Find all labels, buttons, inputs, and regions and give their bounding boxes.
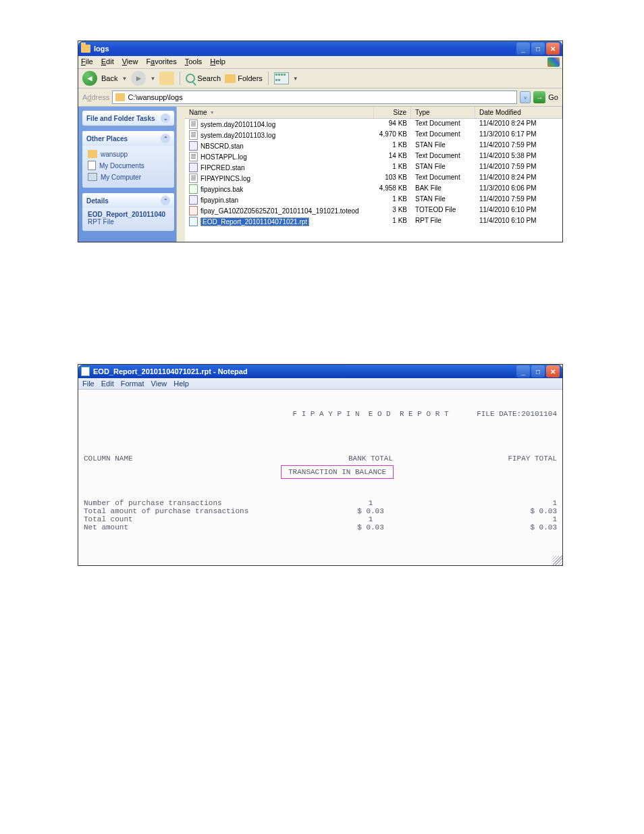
column-header-date[interactable]: Date Modified <box>475 107 562 118</box>
menu-file[interactable]: File <box>81 57 93 67</box>
file-size: 4,958 KB <box>374 184 411 194</box>
resize-grip-icon[interactable] <box>553 556 562 565</box>
toolbar-separator <box>268 72 269 85</box>
go-button[interactable]: → <box>533 91 545 103</box>
file-row[interactable]: HOSTAPPL.log14 KBText Document11/4/2010 … <box>185 151 562 162</box>
views-dropdown-icon[interactable]: ▼ <box>293 76 298 82</box>
column-header: BANK TOTAL <box>286 454 455 463</box>
file-size: 14 KB <box>374 152 411 161</box>
folders-button[interactable]: Folders <box>225 74 263 83</box>
report-row-fipay: 1 <box>455 515 557 523</box>
column-header-name[interactable]: Name ▼ <box>185 107 374 118</box>
transaction-balance-status: TRANSACTION IN BALANCE <box>281 465 394 479</box>
address-dropdown-button[interactable]: v <box>520 91 531 103</box>
folder-icon <box>88 150 97 158</box>
file-date: 11/4/2010 6:10 PM <box>475 206 562 215</box>
menu-format[interactable]: Format <box>121 380 144 388</box>
file-name: system.day20101104.log <box>200 121 275 128</box>
chevron-down-icon: ⌄ <box>161 113 170 123</box>
file-date: 11/4/2010 7:59 PM <box>475 141 562 151</box>
up-folder-button[interactable] <box>159 72 174 85</box>
file-row[interactable]: FIPCRED.stan1 KBSTAN File11/4/2010 7:59 … <box>185 162 562 173</box>
file-icon <box>189 152 198 161</box>
file-size: 1 KB <box>374 195 411 205</box>
panel-title: File and Folder Tasks <box>86 115 155 122</box>
column-header-size[interactable]: Size <box>374 107 411 118</box>
back-dropdown-icon[interactable]: ▼ <box>122 76 127 82</box>
file-row[interactable]: fipay_GA10Z0Z05625Z01_20101104_191021.to… <box>185 205 562 216</box>
search-button[interactable]: Search <box>186 74 221 83</box>
menu-tools[interactable]: Tools <box>185 57 203 67</box>
computer-icon <box>88 173 97 181</box>
file-row[interactable]: system.day20101104.log94 KBText Document… <box>185 119 562 130</box>
menu-edit[interactable]: Edit <box>101 380 114 388</box>
file-row[interactable]: system.day20101103.log4,970 KBText Docum… <box>185 130 562 140</box>
folders-label: Folders <box>238 74 263 82</box>
panel-title: Other Places <box>86 135 128 142</box>
file-list[interactable]: system.day20101104.log94 KBText Document… <box>185 119 562 242</box>
chevron-up-icon: ⌃ <box>161 134 170 143</box>
file-name: system.day20101103.log <box>200 132 275 139</box>
file-row[interactable]: fipaypin.stan1 KBSTAN File11/4/2010 7:59… <box>185 194 562 205</box>
file-icon <box>189 141 198 151</box>
close-button[interactable]: ✕ <box>546 365 560 377</box>
explorer-titlebar[interactable]: logs _ □ ✕ <box>78 41 562 56</box>
notepad-text-area[interactable]: F I P A Y P I N E O D R E P O R T FILE D… <box>78 390 562 565</box>
menu-edit[interactable]: Edit <box>101 57 114 67</box>
report-row-fipay: $ 0.03 <box>455 523 557 531</box>
minimize-button[interactable]: _ <box>516 365 530 377</box>
go-label: Go <box>548 93 558 101</box>
report-row-label: Net amount <box>84 523 286 531</box>
file-date: 11/4/2010 8:24 PM <box>475 174 562 183</box>
file-type: TOTEOD File <box>411 206 475 215</box>
panel-header[interactable]: Other Places⌃ <box>82 131 174 146</box>
file-row[interactable]: EOD_Report_20101104071021.rpt1 KBRPT Fil… <box>185 216 562 227</box>
file-row[interactable]: NBSCRD.stan1 KBSTAN File11/4/2010 7:59 P… <box>185 140 562 151</box>
views-button[interactable] <box>274 72 289 84</box>
file-name: NBSCRD.stan <box>200 142 244 150</box>
scrollbar-up-button[interactable]: ▴ <box>177 107 185 115</box>
menu-help[interactable]: Help <box>173 380 189 388</box>
scrollbar-down-button[interactable]: ▾ <box>177 234 185 242</box>
sidebar-item-my-documents[interactable]: My Documents <box>88 159 169 172</box>
explorer-menubar: File Edit View Favorites Tools Help <box>78 56 562 69</box>
sidebar-item-label: My Computer <box>101 174 141 181</box>
details-filetype: RPT File <box>88 218 169 226</box>
close-button[interactable]: ✕ <box>546 43 560 55</box>
file-type: Text Document <box>411 130 475 140</box>
file-size: 103 KB <box>374 174 411 183</box>
file-row[interactable]: fipaypincs.bak4,958 KBBAK File11/3/2010 … <box>185 184 562 194</box>
panel-header[interactable]: File and Folder Tasks⌄ <box>82 111 174 126</box>
sidebar-item-wansupp[interactable]: wansupp <box>88 149 169 159</box>
file-icon <box>189 174 198 183</box>
report-row-label: Total amount of purchase transactions <box>84 507 286 515</box>
file-size: 94 KB <box>374 120 411 129</box>
sidebar-item-my-computer[interactable]: My Computer <box>88 172 169 182</box>
sort-descending-icon: ▼ <box>210 110 215 115</box>
file-row[interactable]: FIPAYPINCS.log103 KBText Document11/4/20… <box>185 173 562 184</box>
maximize-button[interactable]: □ <box>531 43 545 55</box>
minimize-button[interactable]: _ <box>516 43 530 55</box>
notepad-titlebar[interactable]: EOD_Report_20101104071021.rpt - Notepad … <box>78 365 562 378</box>
forward-dropdown-icon[interactable]: ▼ <box>150 76 155 82</box>
file-name: fipaypin.stan <box>200 197 238 204</box>
menu-view[interactable]: View <box>122 57 138 67</box>
column-label: Name <box>189 109 207 116</box>
menu-view[interactable]: View <box>151 380 167 388</box>
forward-button[interactable]: ► <box>131 71 146 86</box>
panel-title: Details <box>86 197 109 205</box>
back-button[interactable]: ◄ <box>82 71 97 86</box>
address-input[interactable]: C:\wansupp\logs <box>112 90 517 104</box>
back-label: Back <box>101 74 117 82</box>
file-icon <box>189 120 198 129</box>
panel-header[interactable]: Details⌃ <box>82 193 174 208</box>
menu-favorites[interactable]: Favorites <box>146 57 176 67</box>
menu-help[interactable]: Help <box>210 57 225 67</box>
file-name: fipaypincs.bak <box>200 186 243 193</box>
maximize-button[interactable]: □ <box>531 365 545 377</box>
column-header-type[interactable]: Type <box>411 107 475 118</box>
menu-file[interactable]: File <box>82 380 95 388</box>
file-icon <box>189 206 198 215</box>
file-date: 11/3/2010 6:17 PM <box>475 130 562 140</box>
report-row-fipay: 1 <box>455 499 557 507</box>
